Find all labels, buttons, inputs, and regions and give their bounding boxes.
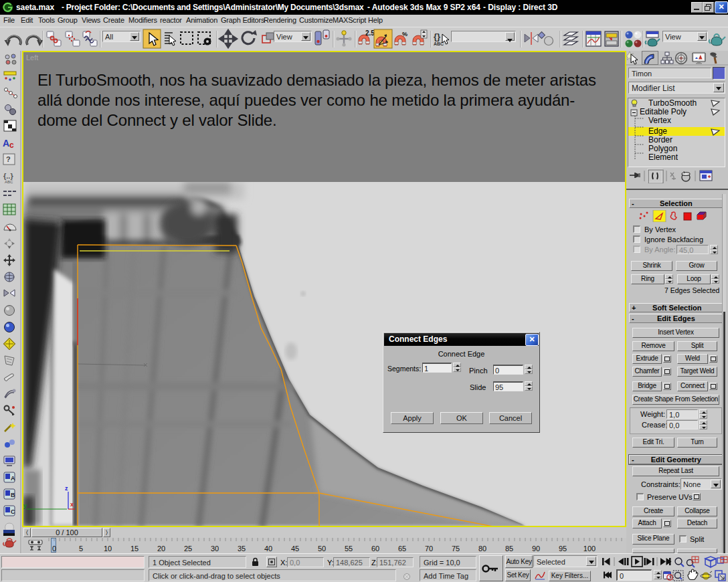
svg-text:Vertex: Vertex: [648, 116, 671, 125]
svg-text:c: c: [9, 140, 14, 150]
svg-text:A: A: [11, 475, 15, 482]
svg-text:80: 80: [478, 545, 486, 553]
svg-text:5: 5: [79, 545, 83, 553]
svg-text:Element: Element: [648, 153, 678, 162]
svg-text:35: 35: [238, 545, 246, 553]
svg-text:70: 70: [425, 545, 433, 553]
svg-text:z: z: [65, 485, 68, 492]
svg-text:40: 40: [264, 545, 272, 553]
svg-text:90: 90: [532, 545, 540, 553]
svg-text:TurboSmooth: TurboSmooth: [648, 98, 697, 108]
svg-text:85: 85: [505, 545, 513, 553]
svg-text:2.5: 2.5: [365, 29, 375, 37]
svg-text:C: C: [11, 508, 15, 515]
svg-text:%: %: [402, 31, 407, 37]
svg-text:Edge: Edge: [648, 126, 667, 136]
svg-text:20: 20: [157, 545, 165, 553]
svg-text:{}: {}: [434, 31, 440, 41]
svg-text:95: 95: [559, 545, 567, 553]
svg-text:100: 100: [583, 545, 596, 553]
svg-text:25: 25: [184, 545, 192, 553]
svg-text:60: 60: [371, 545, 379, 553]
svg-text:ABC: ABC: [5, 180, 13, 184]
svg-text:Editable Poly: Editable Poly: [640, 107, 687, 116]
svg-text:50: 50: [318, 545, 326, 553]
svg-text:A: A: [3, 138, 9, 149]
svg-text:15: 15: [130, 545, 139, 553]
svg-text:75: 75: [452, 545, 460, 553]
svg-text:Border: Border: [648, 135, 672, 144]
svg-text:0: 0: [52, 545, 56, 553]
svg-text:30: 30: [211, 545, 219, 553]
svg-text:x: x: [70, 501, 74, 508]
svg-text:45: 45: [291, 545, 299, 553]
svg-text:10: 10: [104, 545, 112, 553]
svg-text:65: 65: [398, 545, 406, 553]
svg-text:B: B: [11, 492, 15, 498]
svg-text:Polygon: Polygon: [648, 144, 677, 153]
svg-text:55: 55: [345, 545, 353, 553]
svg-text:{..}: {..}: [3, 172, 13, 180]
svg-text:?: ?: [6, 155, 11, 163]
svg-text:y: y: [23, 502, 27, 509]
